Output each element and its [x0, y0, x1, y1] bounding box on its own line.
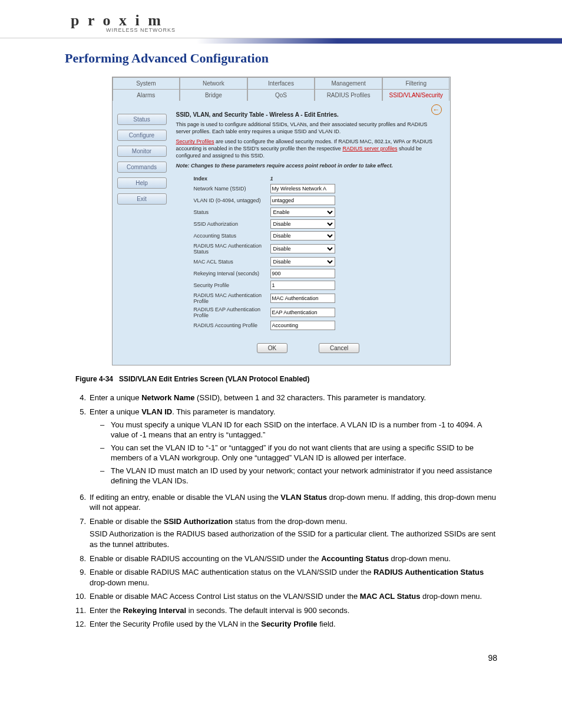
select-status[interactable]: Enable: [270, 207, 335, 217]
page-title: Performing Advanced Configuration: [65, 51, 562, 66]
step-5: Enter a unique VLAN ID. This parameter i…: [90, 407, 497, 489]
label-reap-profile: RADIUS EAP Authentication Profile: [194, 307, 270, 318]
tab-alarms[interactable]: Alarms: [113, 89, 180, 101]
reboot-note: Note: Changes to these parameters requir…: [176, 163, 441, 169]
input-ssid[interactable]: [270, 184, 335, 193]
step-11: Enter the Rekeying Interval in seconds. …: [90, 605, 497, 616]
step-12: Enter the Security Profile used by the V…: [90, 619, 497, 630]
tab-bridge[interactable]: Bridge: [180, 89, 247, 101]
sidebar-item-exit[interactable]: Exit: [117, 193, 167, 205]
input-vlan[interactable]: [270, 196, 335, 205]
label-sec-profile: Security Profile: [194, 282, 270, 288]
config-screenshot: System Network Interfaces Management Fil…: [112, 77, 451, 365]
tab-system[interactable]: System: [113, 77, 180, 89]
step-7: Enable or disable the SSID Authorization…: [90, 516, 497, 550]
main-panel: ← SSID, VLAN, and Security Table - Wirel…: [171, 101, 450, 365]
label-ssid-auth: SSID Authorization: [194, 221, 270, 227]
label-status: Status: [194, 209, 270, 215]
link-radius-profiles[interactable]: RADIUS server profiles: [342, 146, 397, 151]
step-8: Enable or disable RADIUS accounting on t…: [90, 554, 497, 564]
input-reap-profile[interactable]: [270, 308, 335, 317]
figure-caption: Figure 4-34 SSID/VLAN Edit Entries Scree…: [75, 375, 562, 383]
page-number: 98: [0, 653, 497, 663]
input-racct-profile[interactable]: [270, 321, 335, 330]
step-6: If editing an entry, enable or disable t…: [90, 492, 497, 513]
select-accounting[interactable]: Disable: [270, 231, 335, 241]
label-rmac-profile: RADIUS MAC Authentication Profile: [194, 292, 270, 304]
tab-network[interactable]: Network: [180, 77, 247, 89]
tab-management[interactable]: Management: [315, 77, 382, 89]
sidebar-item-monitor[interactable]: Monitor: [117, 146, 167, 157]
input-rekey[interactable]: [270, 269, 335, 278]
panel-heading: SSID, VLAN, and Security Table - Wireles…: [176, 111, 441, 118]
tab-filtering[interactable]: Filtering: [382, 77, 450, 89]
label-rekey: Rekeying Interval (seconds): [194, 271, 270, 276]
step-9: Enable or disable RADIUS MAC authenticat…: [90, 567, 497, 588]
sidebar: Status Configure Monitor Commands Help E…: [113, 101, 171, 365]
tab-qos[interactable]: QoS: [247, 89, 315, 101]
step-4: Enter a unique Network Name (SSID), betw…: [90, 393, 497, 403]
instruction-list: 4. Enter a unique Network Name (SSID), b…: [75, 393, 497, 629]
label-ssid: Network Name (SSID): [194, 186, 270, 192]
input-rmac-profile[interactable]: [270, 294, 335, 303]
select-ssid-auth[interactable]: Disable: [270, 219, 335, 229]
tab-interfaces[interactable]: Interfaces: [247, 77, 315, 89]
step-10: Enable or disable MAC Access Control Lis…: [90, 591, 497, 602]
link-security-profiles[interactable]: Security Profiles: [176, 139, 214, 144]
tab-radius-profiles[interactable]: RADIUS Profiles: [315, 89, 382, 101]
tab-row-2: Alarms Bridge QoS RADIUS Profiles SSID/V…: [113, 89, 450, 101]
select-radius-mac[interactable]: Disable: [270, 244, 335, 253]
sidebar-item-configure[interactable]: Configure: [117, 130, 167, 141]
label-racct-profile: RADIUS Accounting Profile: [194, 322, 270, 328]
tab-ssid-vlan-security[interactable]: SSID/VLAN/Security: [382, 89, 450, 101]
brand-tagline: WIRELESS NETWORKS: [106, 27, 562, 33]
cancel-button[interactable]: Cancel: [319, 343, 359, 353]
sidebar-item-commands[interactable]: Commands: [117, 162, 167, 173]
tab-row-1: System Network Interfaces Management Fil…: [113, 77, 450, 89]
label-radius-mac: RADIUS MAC Authentication Status: [194, 243, 270, 255]
input-sec-profile[interactable]: [270, 281, 335, 290]
back-icon[interactable]: ←: [431, 104, 442, 115]
value-index: 1: [270, 176, 273, 182]
brand-header: p r o x i m WIRELESS NETWORKS: [0, 12, 562, 33]
select-mac-acl[interactable]: Disable: [270, 257, 335, 266]
label-index: Index: [194, 176, 270, 182]
ok-button[interactable]: OK: [257, 343, 287, 353]
sidebar-item-status[interactable]: Status: [117, 114, 167, 125]
panel-desc-2: Security Profiles are used to configure …: [176, 139, 441, 159]
panel-desc-1: This page is used to configure additiona…: [176, 121, 441, 135]
label-vlan: VLAN ID (0-4094, untagged): [194, 197, 270, 203]
label-mac-acl: MAC ACL Status: [194, 259, 270, 265]
label-accounting: Accounting Status: [194, 233, 270, 239]
sidebar-item-help[interactable]: Help: [117, 177, 167, 189]
header-divider: [0, 38, 562, 44]
